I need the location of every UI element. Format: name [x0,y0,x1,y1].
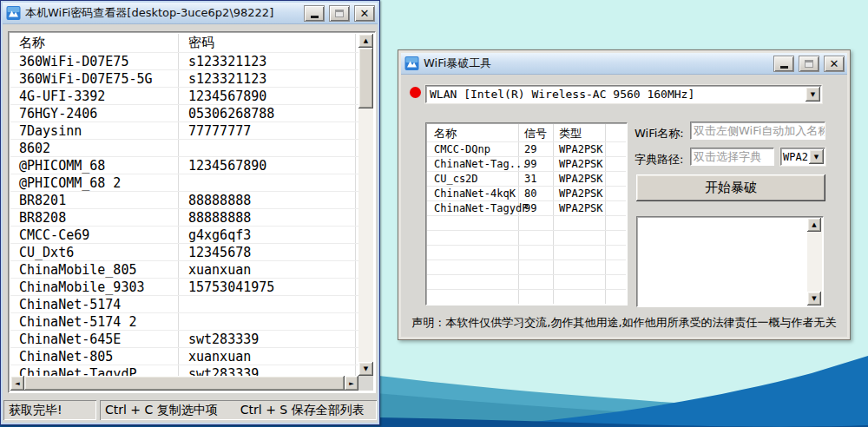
table-row[interactable]: ChinaNet-805xuanxuan [10,347,358,365]
table-row[interactable]: ChinaNet-645Eswt283339 [10,330,358,347]
horizontal-scroll-thumb[interactable] [24,376,345,391]
scrollbar-corner [358,376,373,391]
scroll-up-button[interactable]: ▲ [807,218,821,232]
table-row[interactable]: 8602 [10,139,358,156]
table-cell: 360WiFi-D07E75-5G [19,71,153,87]
scan-table-header[interactable]: 名称 信号 类型 [427,124,626,141]
viewer-window-title: 本机WiFi密码查看器[desktop-3uce6p2\98222] [25,5,299,21]
table-row[interactable]: ChinaNet-TagydP99WPA2PSK [427,200,626,215]
viewer-table-rows: 360WiFi-D07E75s123321123360WiFi-D07E75-5… [10,52,358,376]
table-cell: ChinaMobile_9303 [19,279,145,295]
minimize-icon [311,16,319,18]
scroll-up-button[interactable]: ▲ [358,34,373,48]
table-row[interactable] [427,274,626,289]
list-header[interactable]: 名称 密码 [10,34,358,52]
password-list-content: 名称 密码 360WiFi-D07E75s123321123360WiFi-D0… [10,34,358,376]
scan-table-rows: CMCC-DQnp29WPA2PSKChinaNet-Tag...99WPA2P… [427,141,626,304]
table-row[interactable]: BR820888888888 [10,208,358,226]
table-cell: @PHICOMM_68 [19,158,105,174]
hint-copy: Ctrl + C 复制选中项 [105,403,218,418]
table-cell: 360WiFi-D07E75 [19,54,128,69]
table-row[interactable]: ChinaMobile_930315753041975 [10,278,358,295]
scroll-left-button[interactable]: ◄ [10,376,24,391]
table-cell: 12345678 [188,245,251,260]
table-row[interactable]: CU_cs2D31WPA2PSK [427,171,626,186]
table-row[interactable]: BR820188888888 [10,191,358,208]
maximize-icon [805,60,813,68]
table-row[interactable] [427,230,626,245]
table-row[interactable]: 4G-UFI-33921234567890 [10,87,358,104]
cracker-titlebar[interactable]: WiFi暴破工具 ✕ [401,53,847,75]
status-hints: Ctrl + C 复制选中项 Ctrl + S 保存全部列表 [100,400,377,420]
table-row[interactable]: CU_Dxt612345678 [10,243,358,260]
crack-log-textarea[interactable]: ▲ ▼ [636,216,824,307]
table-row[interactable]: 76HGY-240605306268788 [10,104,358,122]
table-row[interactable] [427,259,626,274]
column-header-password[interactable]: 密码 [188,35,214,51]
table-cell: ChinaNet-805 [19,349,113,365]
table-cell: ChinaNet-5174 2 [19,314,136,330]
table-cell: 4G-UFI-3392 [19,89,105,104]
table-row[interactable]: @PHICOMM_68 2 [10,174,358,191]
table-row[interactable]: ChinaNet-5174 [10,295,358,312]
scroll-right-button[interactable]: ► [345,376,358,391]
vertical-scroll-thumb[interactable] [358,48,373,108]
table-row[interactable]: ChinaNet-4kqK80WPA2PSK [427,186,626,200]
close-button[interactable]: ✕ [824,56,845,72]
maximize-button[interactable] [799,56,819,72]
table-row[interactable]: 7Daysinn77777777 [10,122,358,139]
table-cell: 29 [524,143,536,155]
table-cell: WPA2PSK [559,143,603,155]
dict-path-input[interactable]: 双击选择字典 [690,148,774,166]
table-cell: xuanxuan [188,349,251,365]
maximize-button[interactable] [329,5,350,22]
adapter-select[interactable]: WLAN [Intel(R) Wireless-AC 9560 160MHz] … [425,85,822,103]
minimize-button[interactable] [304,5,325,22]
table-row[interactable] [427,245,626,259]
table-cell: 1234567890 [188,158,266,174]
app-logo-icon [404,56,419,70]
table-cell: s123321123 [188,54,266,69]
table-row[interactable]: ChinaNet-5174 2 [10,312,358,330]
table-row[interactable] [427,289,626,304]
table-cell: ChinaNet-645E [19,332,121,347]
maximize-icon [335,10,344,17]
table-cell: 99 [524,202,536,214]
table-row[interactable]: @PHICOMM_681234567890 [10,156,358,174]
table-cell: WPA2PSK [559,202,603,214]
cracker-client-area: WLAN [Intel(R) Wireless-AC 9560 160MHz] … [401,75,847,337]
viewer-titlebar[interactable]: 本机WiFi密码查看器[desktop-3uce6p2\98222] ✕ [3,3,378,24]
wifi-password-viewer-window: 本机WiFi密码查看器[desktop-3uce6p2\98222] ✕ 名称 … [0,0,380,425]
table-row[interactable]: ChinaMobile_805xuanxuan [10,260,358,278]
table-row[interactable]: 360WiFi-D07E75-5Gs123321123 [10,69,358,87]
chevron-down-icon[interactable]: ▼ [809,149,824,164]
log-vertical-scrollbar[interactable]: ▲ ▼ [807,218,822,305]
horizontal-scrollbar[interactable]: ◄ ► [10,376,358,391]
status-message: 获取完毕! [3,400,96,420]
arrow-right-icon: ► [349,380,353,387]
column-header-name[interactable]: 名称 [434,126,457,141]
close-button[interactable]: ✕ [354,5,375,22]
table-cell: ChinaNet-5174 [19,297,121,312]
table-row[interactable]: ChinaNet-Tag...99WPA2PSK [427,156,626,171]
close-icon: ✕ [360,8,370,19]
table-row[interactable]: 360WiFi-D07E75s123321123 [10,52,358,69]
table-cell: @PHICOMM_68 2 [19,175,121,191]
table-cell: 88888888 [188,210,251,226]
vertical-scrollbar[interactable]: ▲ ▼ [358,34,373,376]
column-header-type[interactable]: 类型 [559,126,582,141]
table-cell: WPA2PSK [559,187,603,200]
column-header-signal[interactable]: 信号 [524,126,547,141]
table-row[interactable]: CMCC-DQnp29WPA2PSK [427,141,626,156]
column-header-name[interactable]: 名称 [19,35,45,51]
wifi-name-input[interactable]: 双击左侧WiFi自动加入名称 [690,122,825,140]
chevron-down-icon[interactable]: ▼ [806,87,820,102]
table-row[interactable]: CMCC-Ce69g4xg6qf3 [10,226,358,243]
scroll-down-button[interactable]: ▼ [358,362,373,376]
table-row[interactable]: ChinaNet-TagydPswt283339 [10,365,358,376]
encryption-type-select[interactable]: WPA2 ▼ [780,148,825,166]
table-row[interactable] [427,215,626,230]
scroll-down-button[interactable]: ▼ [807,292,821,305]
minimize-button[interactable] [773,56,794,72]
start-crack-button[interactable]: 开始暴破 [636,174,825,201]
